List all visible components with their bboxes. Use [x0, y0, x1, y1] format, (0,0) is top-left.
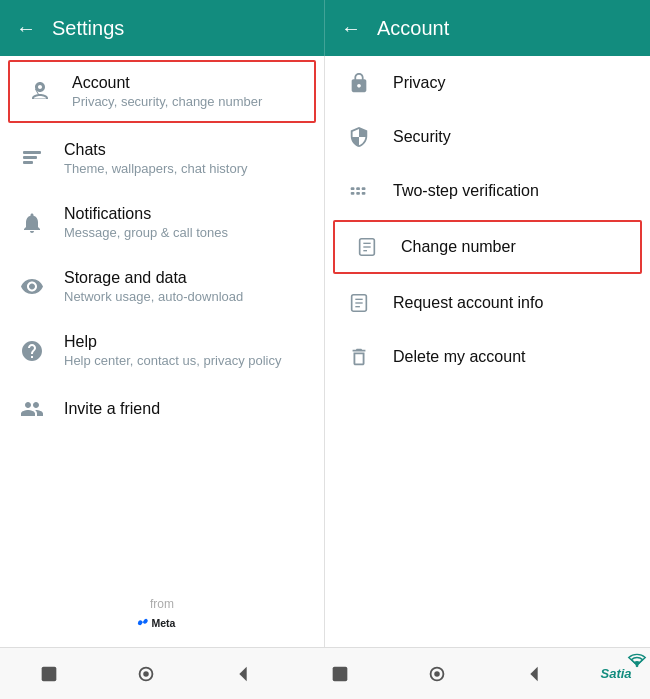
svg-rect-8: [351, 192, 355, 195]
account-title: Account: [377, 17, 449, 40]
account-item-two-step[interactable]: Two-step verification: [325, 164, 650, 218]
settings-panel: Account Privacy, security, change number…: [0, 56, 325, 647]
account-item-request-info[interactable]: Request account info: [325, 276, 650, 330]
wifi-icon: [626, 650, 648, 672]
svg-rect-1: [23, 151, 41, 154]
chats-text: Chats Theme, wallpapers, chat history: [64, 141, 248, 176]
sidebar-item-notifications[interactable]: Notifications Message, group & call tone…: [0, 191, 324, 255]
svg-marker-22: [239, 666, 246, 681]
help-icon: [16, 339, 48, 363]
privacy-label: Privacy: [393, 74, 445, 92]
delete-label: Delete my account: [393, 348, 526, 366]
change-number-icon: [353, 236, 381, 258]
account-item-change-number[interactable]: Change number: [333, 220, 642, 274]
nav-bar: Satia: [0, 647, 650, 699]
account-icon: [24, 80, 56, 104]
storage-item-title: Storage and data: [64, 269, 243, 287]
svg-point-21: [143, 671, 149, 677]
sidebar-item-invite[interactable]: Invite a friend: [0, 383, 324, 436]
notifications-item-title: Notifications: [64, 205, 228, 223]
brand-item: Satia: [582, 648, 650, 699]
account-item-privacy[interactable]: Privacy: [325, 56, 650, 110]
chats-item-subtitle: Theme, wallpapers, chat history: [64, 161, 248, 176]
nav-back-right[interactable]: [485, 648, 582, 699]
sidebar-item-account[interactable]: Account Privacy, security, change number: [8, 60, 316, 123]
account-item-delete[interactable]: Delete my account: [325, 330, 650, 384]
sidebar-item-help[interactable]: Help Help center, contact us, privacy po…: [0, 319, 324, 383]
account-text: Account Privacy, security, change number: [72, 74, 262, 109]
account-header: ← Account: [325, 0, 650, 56]
two-step-icon: [345, 180, 373, 202]
nav-square-right[interactable]: [291, 648, 388, 699]
svg-rect-3: [23, 161, 33, 164]
request-info-label: Request account info: [393, 294, 543, 312]
invite-icon: [16, 397, 48, 421]
settings-title: Settings: [52, 17, 124, 40]
svg-text:Meta: Meta: [152, 617, 176, 629]
security-icon: [345, 126, 373, 148]
storage-text: Storage and data Network usage, auto-dow…: [64, 269, 243, 304]
sidebar-item-chats[interactable]: Chats Theme, wallpapers, chat history: [0, 127, 324, 191]
svg-point-25: [434, 671, 440, 677]
notifications-icon: [16, 211, 48, 235]
svg-rect-6: [356, 187, 360, 190]
delete-icon: [345, 346, 373, 368]
account-item-title: Account: [72, 74, 262, 92]
svg-rect-10: [362, 192, 366, 195]
main-content: Account Privacy, security, change number…: [0, 56, 650, 647]
nav-home-right[interactable]: [388, 648, 485, 699]
notifications-text: Notifications Message, group & call tone…: [64, 205, 228, 240]
svg-marker-26: [530, 666, 537, 681]
from-meta: from Meta: [0, 573, 324, 647]
notifications-item-subtitle: Message, group & call tones: [64, 225, 228, 240]
account-item-security[interactable]: Security: [325, 110, 650, 164]
svg-rect-9: [356, 192, 360, 195]
nav-home-left[interactable]: [97, 648, 194, 699]
storage-icon: [16, 275, 48, 299]
sidebar-item-storage[interactable]: Storage and data Network usage, auto-dow…: [0, 255, 324, 319]
change-number-label: Change number: [401, 238, 516, 256]
from-label: from: [150, 597, 174, 611]
security-label: Security: [393, 128, 451, 146]
svg-rect-19: [41, 666, 56, 681]
help-item-title: Help: [64, 333, 282, 351]
svg-rect-5: [351, 187, 355, 190]
chats-item-title: Chats: [64, 141, 248, 159]
invite-item-title: Invite a friend: [64, 400, 160, 418]
svg-point-27: [636, 664, 639, 667]
svg-rect-2: [23, 156, 37, 159]
account-item-subtitle: Privacy, security, change number: [72, 94, 262, 109]
settings-header: ← Settings: [0, 0, 325, 56]
svg-rect-23: [332, 666, 347, 681]
svg-rect-7: [362, 187, 366, 190]
account-back-button[interactable]: ←: [341, 17, 361, 40]
help-item-subtitle: Help center, contact us, privacy policy: [64, 353, 282, 368]
chats-icon: [16, 147, 48, 171]
invite-text: Invite a friend: [64, 400, 160, 418]
nav-back-left[interactable]: [194, 648, 291, 699]
request-info-icon: [345, 292, 373, 314]
privacy-icon: [345, 72, 373, 94]
meta-logo: Meta: [132, 615, 192, 631]
two-step-label: Two-step verification: [393, 182, 539, 200]
nav-square-left[interactable]: [0, 648, 97, 699]
settings-back-button[interactable]: ←: [16, 17, 36, 40]
account-panel: Privacy Security: [325, 56, 650, 647]
header-bar: ← Settings ← Account: [0, 0, 650, 56]
help-text: Help Help center, contact us, privacy po…: [64, 333, 282, 368]
storage-item-subtitle: Network usage, auto-download: [64, 289, 243, 304]
